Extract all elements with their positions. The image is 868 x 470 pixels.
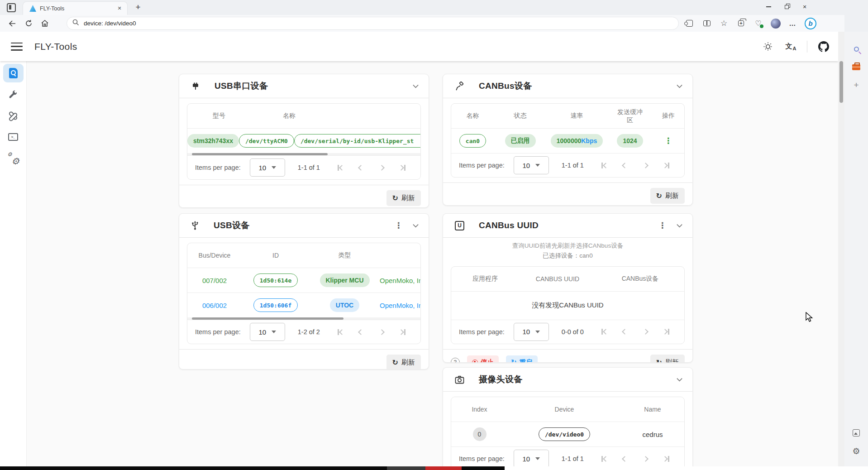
stop-button[interactable]: 停止 <box>467 355 499 363</box>
previous-page-button[interactable] <box>351 161 372 174</box>
extensions-icon[interactable] <box>684 18 695 29</box>
sidebar-settings-icon[interactable]: ⚙ <box>844 442 868 460</box>
home-icon[interactable] <box>38 17 52 30</box>
previous-page-button[interactable] <box>351 325 372 339</box>
card-title: CANBus设备 <box>479 80 532 92</box>
uuid-hint: 查询UUID前请先刷新并选择CANbus设备 已选择设备：can0 <box>443 238 692 261</box>
tab-close-icon[interactable]: ✕ <box>115 5 124 13</box>
settings-more-icon[interactable]: … <box>787 18 798 29</box>
refresh-button[interactable]: ↻ 刷新 <box>386 190 421 206</box>
next-page-button[interactable] <box>635 325 656 339</box>
sidebar-add-icon[interactable]: + <box>844 76 868 94</box>
empty-message: 没有发现CANBus UUID <box>451 291 684 320</box>
previous-page-button[interactable] <box>615 452 635 465</box>
page-size-select[interactable]: 10 <box>514 323 549 341</box>
nav-terminal[interactable]: >_ <box>3 128 24 146</box>
chevron-down-icon[interactable] <box>677 223 682 229</box>
column-header: 发送缓冲区 <box>617 108 643 124</box>
nav-repair[interactable] <box>3 106 24 125</box>
card-title: CANBus UUID <box>479 221 539 230</box>
rate-chip: 1000000Kbps <box>551 134 603 148</box>
page-size-select[interactable]: 10 <box>250 323 285 341</box>
address-bar[interactable]: device: /dev/video0 <box>67 17 679 30</box>
first-page-button[interactable] <box>330 325 351 339</box>
card-menu-icon[interactable]: ⋮ <box>652 221 673 230</box>
window-restore-button[interactable] <box>777 0 796 14</box>
bing-copilot-icon[interactable]: b <box>805 18 816 29</box>
menu-hamburger-icon[interactable] <box>11 43 23 51</box>
restart-button[interactable]: ↻ 重启 <box>506 355 538 363</box>
tab-favicon <box>29 5 36 12</box>
nav-tools[interactable] <box>3 85 24 104</box>
last-page-button[interactable] <box>656 452 677 465</box>
column-header: Index <box>451 406 508 413</box>
browser-tab[interactable]: FLY-Tools ✕ <box>23 2 127 15</box>
theme-toggle-icon[interactable] <box>762 40 774 53</box>
github-icon[interactable] <box>817 40 830 53</box>
new-tab-button[interactable]: + <box>132 1 144 13</box>
split-screen-icon[interactable] <box>701 18 712 29</box>
canbus-table: 名称 状态 速率 发送缓冲区 操作 can0 已启用 1000000Kbps 1… <box>451 103 685 177</box>
refresh-page-icon[interactable] <box>22 17 35 30</box>
table-row: 006/002 1d50:606f UTOC OpenMoko, Inc. C <box>187 293 420 317</box>
translate-icon[interactable]: 文A <box>784 40 797 53</box>
chevron-down-icon[interactable] <box>413 83 419 89</box>
page-size-select[interactable]: 10 <box>514 156 549 174</box>
refresh-button[interactable]: ↻ 刷新 <box>650 355 685 363</box>
profile-avatar[interactable] <box>770 18 781 29</box>
browser-essentials-icon[interactable]: ♡ <box>753 18 763 29</box>
previous-page-button[interactable] <box>615 325 635 339</box>
last-page-button[interactable] <box>656 325 677 339</box>
pagination: Items per page: 10 1-1 of 1 <box>187 155 420 179</box>
card-usb-serial: USB串口设备 型号 名称 stm32h743xx /dev/ttyACM0 /… <box>179 74 429 208</box>
horizontal-scrollbar[interactable] <box>187 317 420 320</box>
first-page-button[interactable] <box>594 452 615 465</box>
scrollbar-thumb[interactable] <box>839 61 843 103</box>
first-page-button[interactable] <box>330 161 351 174</box>
nav-device-search[interactable] <box>3 64 24 82</box>
usb-serial-table: 型号 名称 stm32h743xx /dev/ttyACM0 /dev/seri… <box>187 103 421 180</box>
table-row: can0 已启用 1000000Kbps 1024 ⋮ <box>451 128 684 153</box>
card-menu-icon[interactable]: ⋮ <box>388 221 409 230</box>
horizontal-scrollbar[interactable] <box>187 153 420 155</box>
page-scrollbar[interactable] <box>838 32 844 466</box>
chevron-down-icon[interactable] <box>677 83 682 89</box>
refresh-button[interactable]: ↻ 刷新 <box>386 355 421 369</box>
next-page-button[interactable] <box>372 325 392 339</box>
window-minimize-button[interactable] <box>759 0 777 14</box>
items-per-page-label: Items per page: <box>459 455 505 462</box>
favorites-icon[interactable]: ☆ <box>719 18 729 29</box>
appbar-divider <box>807 41 807 53</box>
help-icon[interactable]: ? <box>451 358 460 363</box>
last-page-button[interactable] <box>656 158 677 172</box>
page-size-select[interactable]: 10 <box>250 158 285 177</box>
column-header: CANBus设备 <box>596 275 684 283</box>
sidebar-search-icon[interactable] <box>844 40 868 58</box>
last-page-button[interactable] <box>392 325 413 339</box>
fly-tools-app: FLY-Tools 文A <box>0 32 838 466</box>
tab-actions-menu-icon[interactable] <box>7 3 16 12</box>
back-icon[interactable] <box>5 17 19 30</box>
window-close-button[interactable]: ✕ <box>796 0 814 14</box>
collections-icon[interactable] <box>736 18 746 29</box>
refresh-button[interactable]: ↻ 刷新 <box>650 188 685 204</box>
camera-index-chip: 0 <box>473 427 486 441</box>
next-page-button[interactable] <box>635 158 656 172</box>
next-page-button[interactable] <box>635 452 656 465</box>
sidebar-screenshot-icon[interactable] <box>844 424 868 442</box>
previous-page-button[interactable] <box>615 158 635 172</box>
chevron-down-icon[interactable] <box>413 223 419 229</box>
card-canbus-uuid: U CANBus UUID ⋮ 查询UUID前请先刷新并选择CANbus设备 已… <box>443 213 693 363</box>
first-page-button[interactable] <box>594 325 615 339</box>
next-page-button[interactable] <box>372 161 392 174</box>
first-page-button[interactable] <box>594 158 615 172</box>
card-usb-devices: USB设备 ⋮ Bus/Device ID 类型 007/002 1d50:61… <box>179 213 429 369</box>
restart-icon: ↻ <box>511 358 517 363</box>
model-chip: stm32h743xx <box>187 134 239 148</box>
page-size-select[interactable]: 10 <box>514 450 549 466</box>
nav-settings[interactable]: ⚙⚙ <box>3 149 24 168</box>
last-page-button[interactable] <box>392 161 413 174</box>
sidebar-office-icon[interactable] <box>844 58 868 76</box>
row-actions-icon[interactable]: ⋮ <box>664 137 672 145</box>
chevron-down-icon[interactable] <box>677 377 682 383</box>
